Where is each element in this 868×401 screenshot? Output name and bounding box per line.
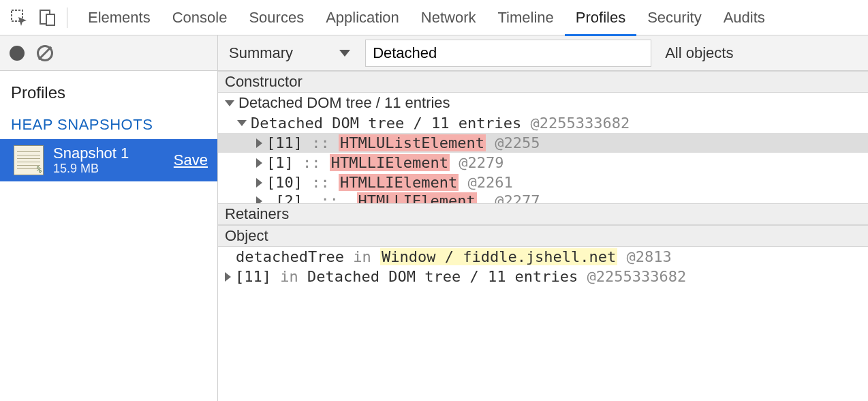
object-id: @2261 xyxy=(467,174,512,191)
tab-application[interactable]: Application xyxy=(315,0,410,35)
object-header-text: Object xyxy=(225,227,268,244)
retainer-in: in xyxy=(353,248,371,265)
clear-button[interactable] xyxy=(37,45,53,61)
toggle-device-icon[interactable] xyxy=(35,5,60,30)
content-toolbar: Summary All objects xyxy=(218,35,868,71)
class-filter-input[interactable] xyxy=(365,40,651,67)
tab-label: Application xyxy=(326,9,399,27)
row-sep: :: xyxy=(311,134,330,151)
tab-timeline[interactable]: Timeline xyxy=(486,0,564,35)
scope-select[interactable]: All objects xyxy=(665,44,733,62)
disclosure-triangle-icon[interactable] xyxy=(256,138,262,148)
tab-label: Audits xyxy=(724,9,765,27)
sidebar-toolbar xyxy=(0,35,217,71)
svg-rect-2 xyxy=(46,14,55,25)
snapshot-save-link[interactable]: Save xyxy=(174,151,208,169)
row-type: HTMLUListElement xyxy=(339,134,486,151)
snapshot-size: 15.9 MB xyxy=(53,162,174,176)
object-id: @2277 xyxy=(495,192,540,203)
view-mode-label: Summary xyxy=(229,44,293,62)
retainer-context: Window / fiddle.jshell.net xyxy=(380,248,617,265)
tree-row[interactable]: [1] :: HTMLLIElement @2279 xyxy=(218,153,868,173)
tab-label: Console xyxy=(172,9,228,27)
tree-root-label: Detached DOM tree / 11 entries xyxy=(238,94,450,112)
main-area: Profiles HEAP SNAPSHOTS % Snapshot 1 15.… xyxy=(0,35,868,401)
object-id: @2255333682 xyxy=(531,115,630,132)
disclosure-triangle-icon[interactable] xyxy=(256,178,262,188)
tab-label: Security xyxy=(647,9,701,27)
tab-label: Sources xyxy=(249,9,304,27)
disclosure-triangle-icon xyxy=(256,196,262,203)
sidebar-section-profiles: Profiles xyxy=(0,71,217,106)
constructor-tree: Detached DOM tree / 11 entries Detached … xyxy=(218,93,868,203)
sidebar-section-label: Profiles xyxy=(11,83,65,102)
view-mode-select[interactable]: Summary xyxy=(229,44,356,62)
row-count: [2] xyxy=(275,192,303,203)
inspect-element-icon[interactable] xyxy=(7,5,31,30)
chevron-down-icon xyxy=(339,50,350,57)
record-button[interactable] xyxy=(10,46,25,61)
row-sep: :: xyxy=(303,154,321,171)
snapshot-name: Snapshot 1 xyxy=(53,145,174,162)
disclosure-triangle-icon[interactable] xyxy=(225,100,234,106)
tree-row[interactable]: [10] :: HTMLLIElement @2261 xyxy=(218,173,868,192)
constructor-column-header[interactable]: Constructor xyxy=(218,71,868,93)
profiles-content: Summary All objects Constructor Detached… xyxy=(218,35,868,401)
disclosure-triangle-icon[interactable] xyxy=(225,272,231,282)
tab-label: Profiles xyxy=(576,9,625,27)
tabstrip-divider xyxy=(67,8,67,28)
object-id: @2255333682 xyxy=(587,268,687,285)
retainer-row[interactable]: detachedTree in Window / fiddle.jshell.n… xyxy=(218,247,868,267)
tab-profiles[interactable]: Profiles xyxy=(565,0,636,35)
profiles-sidebar: Profiles HEAP SNAPSHOTS % Snapshot 1 15.… xyxy=(0,35,218,401)
tree-row[interactable]: [11] :: HTMLUListElement @2255 xyxy=(218,133,868,153)
tree-row-clipped: [2] :: HTMLLIElement @2277 xyxy=(218,192,868,203)
tab-label: Network xyxy=(421,9,476,27)
row-sep: :: xyxy=(311,174,330,191)
snapshot-text: Snapshot 1 15.9 MB xyxy=(53,145,174,176)
row-type: HTMLLIElement xyxy=(330,154,450,171)
snapshot-item[interactable]: % Snapshot 1 15.9 MB Save xyxy=(0,139,217,181)
retainers-header-text: Retainers xyxy=(225,205,289,222)
object-id: @2255 xyxy=(495,134,540,151)
retainers-header[interactable]: Retainers xyxy=(218,203,868,225)
retainers-tree: detachedTree in Window / fiddle.jshell.n… xyxy=(218,247,868,401)
tab-console[interactable]: Console xyxy=(161,0,238,35)
object-column-header[interactable]: Object xyxy=(218,225,868,247)
retainer-in: in xyxy=(280,268,298,285)
devtools-tabstrip: Elements Console Sources Application Net… xyxy=(0,0,868,35)
sidebar-heap-heading: HEAP SNAPSHOTS xyxy=(0,106,217,139)
snapshot-icon: % xyxy=(14,145,44,175)
row-sep: :: xyxy=(321,192,339,203)
retainer-prop: detachedTree xyxy=(236,248,344,265)
tab-elements[interactable]: Elements xyxy=(77,0,161,35)
tree-group-row[interactable]: Detached DOM tree / 11 entries @22553336… xyxy=(218,113,868,133)
object-id: @2279 xyxy=(459,154,503,171)
disclosure-triangle-icon[interactable] xyxy=(237,120,247,126)
tree-root-row[interactable]: Detached DOM tree / 11 entries xyxy=(218,93,868,113)
retainer-label: Detached DOM tree / 11 entries xyxy=(307,268,578,285)
tab-label: Timeline xyxy=(497,9,553,27)
row-count: [10] xyxy=(266,174,303,191)
tab-audits[interactable]: Audits xyxy=(713,0,776,35)
object-id: @2813 xyxy=(627,248,672,265)
disclosure-triangle-icon[interactable] xyxy=(256,158,262,168)
tab-sources[interactable]: Sources xyxy=(238,0,315,35)
tree-group-label: Detached DOM tree / 11 entries xyxy=(251,115,521,132)
row-type: HTMLLIElement xyxy=(339,174,459,191)
row-count: [1] xyxy=(266,154,294,171)
row-type: HTMLLIElement xyxy=(357,192,477,203)
sidebar-heap-heading-text: HEAP SNAPSHOTS xyxy=(11,116,153,133)
row-count: [11] xyxy=(266,134,303,151)
tab-label: Elements xyxy=(88,9,151,27)
tab-security[interactable]: Security xyxy=(636,0,712,35)
retainer-row[interactable]: [11] in Detached DOM tree / 11 entries @… xyxy=(218,267,868,286)
retainer-count: [11] xyxy=(235,268,271,285)
tab-network[interactable]: Network xyxy=(410,0,487,35)
constructor-header-text: Constructor xyxy=(225,73,303,90)
